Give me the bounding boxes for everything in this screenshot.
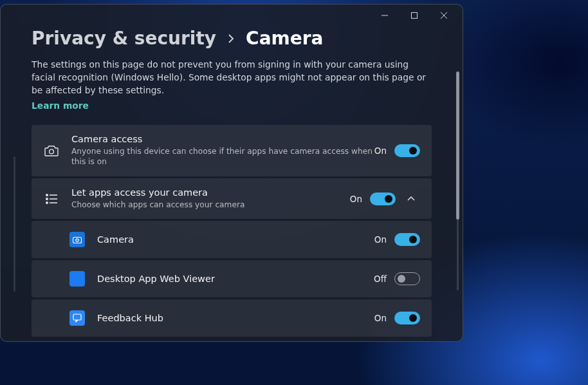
- close-icon: [441, 12, 447, 19]
- app-row-desktop-web-viewer[interactable]: Desktop App Web Viewer Off: [32, 260, 432, 297]
- camera-icon: [43, 142, 60, 159]
- page-description: The settings on this page do not prevent…: [32, 58, 432, 97]
- svg-point-3: [46, 198, 48, 199]
- camera-access-toggle[interactable]: [394, 144, 420, 157]
- svg-rect-7: [73, 314, 81, 320]
- svg-point-6: [76, 239, 78, 241]
- settings-window: Privacy & security Camera The settings o…: [0, 4, 463, 342]
- svg-point-4: [46, 202, 48, 203]
- content-area: Privacy & security Camera The settings o…: [1, 26, 463, 341]
- chevron-up-icon: [407, 195, 415, 203]
- app-icon: [69, 231, 86, 248]
- chevron-right-icon: [228, 34, 234, 43]
- app-toggle[interactable]: [394, 272, 420, 285]
- setting-subtitle: Anyone using this device can choose if t…: [71, 146, 374, 167]
- toggle-state-label: Off: [374, 274, 387, 284]
- breadcrumb: Privacy & security Camera: [32, 28, 432, 49]
- close-button[interactable]: [429, 6, 459, 25]
- breadcrumb-parent[interactable]: Privacy & security: [32, 28, 216, 49]
- let-apps-toggle[interactable]: [370, 192, 396, 205]
- toggle-state-label: On: [374, 234, 387, 245]
- app-row-camera[interactable]: Camera On: [32, 221, 432, 258]
- setting-subtitle: Choose which apps can access your camera: [71, 200, 350, 210]
- app-icon: [69, 310, 86, 326]
- page-title: Camera: [246, 28, 323, 49]
- maximize-icon: [411, 12, 418, 19]
- setting-title: Let apps access your camera: [71, 187, 350, 198]
- toggle-state-label: On: [374, 313, 387, 323]
- app-name: Feedback Hub: [97, 313, 374, 323]
- svg-rect-5: [73, 238, 82, 243]
- settings-list: Camera access Anyone using this device c…: [32, 125, 432, 337]
- let-apps-access-setting[interactable]: Let apps access your camera Choose which…: [32, 178, 432, 219]
- scrollbar-thumb[interactable]: [456, 71, 459, 220]
- app-row-feedback-hub[interactable]: Feedback Hub On: [32, 299, 432, 337]
- minimize-button[interactable]: [370, 6, 400, 25]
- list-icon: [43, 191, 60, 207]
- camera-access-setting[interactable]: Camera access Anyone using this device c…: [32, 125, 432, 176]
- titlebar: [1, 5, 463, 26]
- app-name: Desktop App Web Viewer: [97, 274, 374, 284]
- nav-scrollbar-ghost: [14, 156, 15, 292]
- minimize-icon: [381, 12, 388, 19]
- svg-point-1: [50, 149, 54, 154]
- toggle-state-label: On: [350, 194, 362, 204]
- learn-more-link[interactable]: Learn more: [32, 100, 89, 111]
- svg-point-2: [46, 194, 48, 195]
- toggle-state-label: On: [374, 146, 387, 156]
- app-toggle[interactable]: [394, 233, 420, 246]
- app-icon: [69, 270, 86, 287]
- svg-rect-0: [412, 13, 418, 19]
- collapse-button[interactable]: [402, 195, 420, 203]
- app-name: Camera: [97, 234, 374, 245]
- maximize-button[interactable]: [400, 6, 429, 25]
- app-toggle[interactable]: [394, 312, 420, 324]
- setting-title: Camera access: [71, 134, 374, 144]
